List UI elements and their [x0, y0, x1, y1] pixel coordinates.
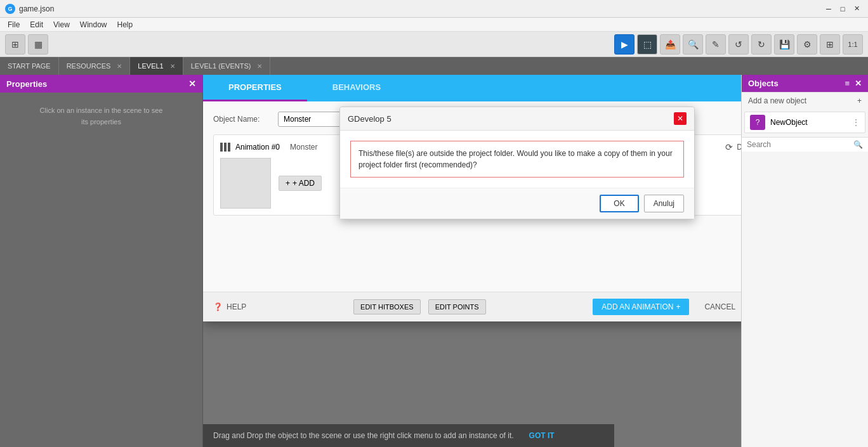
- dialog-tab-behaviors[interactable]: BEHAVIORS: [307, 75, 406, 101]
- animation-icon: [220, 143, 230, 152]
- menu-edit[interactable]: Edit: [25, 19, 48, 30]
- animation-name: Monster: [290, 143, 317, 152]
- titlebar-title: game.json: [19, 4, 54, 13]
- undo-btn[interactable]: ↺: [728, 34, 749, 55]
- cancel-btn[interactable]: CANCEL: [697, 299, 741, 315]
- search-icon: 🔍: [853, 140, 863, 149]
- tab-resources-close[interactable]: ✕: [117, 63, 122, 70]
- objects-panel-header: Objects ≡ ✕: [742, 75, 868, 92]
- properties-hint: Click on an instance in the scene to see…: [0, 105, 202, 127]
- scene-view-btn[interactable]: ⊞: [5, 34, 25, 55]
- tab-start-page-label: START PAGE: [8, 62, 51, 70]
- maximize-button[interactable]: □: [836, 3, 849, 15]
- add-animation-btn[interactable]: ADD AN ANIMATION +: [593, 299, 689, 315]
- export-btn[interactable]: 📤: [660, 34, 680, 55]
- event-view-btn[interactable]: ▦: [28, 34, 48, 55]
- frame-area: [220, 158, 271, 209]
- main-area: Properties ✕ Click on an instance in the…: [0, 75, 868, 447]
- objects-panel: Objects ≡ ✕ Add a new object + ? NewObje…: [741, 75, 868, 447]
- add-object-label: Add a new object: [748, 96, 806, 105]
- add-object-btn[interactable]: Add a new object +: [742, 92, 868, 109]
- build-btn[interactable]: ⚙: [797, 34, 817, 55]
- edit-hitboxes-btn[interactable]: EDIT HITBOXES: [353, 299, 421, 314]
- objects-panel-title: Objects: [748, 79, 779, 88]
- properties-panel-title: Properties: [6, 79, 47, 89]
- confirm-cancel-btn[interactable]: Anuluj: [644, 195, 684, 212]
- edit-btn[interactable]: ✎: [706, 34, 726, 55]
- titlebar-controls: ─ □ ✕: [822, 3, 863, 15]
- play-btn[interactable]: ▶: [614, 34, 635, 55]
- confirm-body: This/these file(s) are outside the proje…: [340, 131, 694, 188]
- footer-actions: ADD AN ANIMATION + CANCEL APPLY: [593, 299, 741, 315]
- dialog-tab-properties[interactable]: PROPERTIES: [203, 75, 307, 101]
- edit-points-btn[interactable]: EDIT POINTS: [428, 299, 486, 314]
- tab-level1-close[interactable]: ✕: [170, 63, 175, 70]
- tab-level1-label: LEVEL1: [138, 62, 163, 70]
- redo-btn[interactable]: ↻: [751, 34, 772, 55]
- menu-help[interactable]: Help: [112, 19, 138, 30]
- dialog-footer: ❓ HELP EDIT HITBOXES EDIT POINTS ADD AN …: [203, 292, 741, 321]
- tab-level1-events-label: LEVEL1 (EVENTS): [191, 62, 251, 70]
- titlebar: G game.json ─ □ ✕: [0, 0, 868, 18]
- tooltip-message: Drag and Drop the object to the scene or…: [213, 431, 514, 440]
- object-icon: ?: [750, 115, 765, 130]
- tab-level1-events[interactable]: LEVEL1 (EVENTS) ✕: [183, 57, 271, 75]
- objects-search: 🔍: [742, 137, 868, 152]
- properties-panel-header: Properties ✕: [0, 75, 202, 93]
- add-object-icon: +: [857, 96, 862, 105]
- close-button[interactable]: ✕: [850, 3, 863, 15]
- confirm-buttons: OK Anuluj: [340, 188, 694, 219]
- menu-view[interactable]: View: [48, 19, 75, 30]
- canvas-area[interactable]: -49;594 Drag and Drop the object to the …: [203, 75, 741, 447]
- tab-resources-label: RESOURCES: [67, 62, 111, 70]
- menu-file[interactable]: File: [3, 19, 25, 30]
- object-options-icon[interactable]: ⋮: [852, 118, 860, 127]
- object-name: NewObject: [770, 118, 847, 127]
- preview-btn[interactable]: 🔍: [683, 34, 703, 55]
- tab-level1-events-close[interactable]: ✕: [257, 63, 262, 70]
- confirm-dialog: GDevelop 5 ✕ This/these file(s) are outs…: [339, 107, 695, 219]
- objects-filter-icon[interactable]: ≡: [845, 79, 850, 88]
- objects-list: ? NewObject ⋮: [742, 109, 868, 137]
- tab-start-page[interactable]: START PAGE: [0, 57, 59, 75]
- grid-btn[interactable]: ⊞: [820, 34, 840, 55]
- objects-close-icon[interactable]: ✕: [855, 79, 862, 88]
- dont-loop-icon: ⟳: [725, 142, 733, 152]
- tab-level1[interactable]: LEVEL1 ✕: [130, 57, 183, 75]
- animation-label: Animation #0: [235, 143, 280, 152]
- save-btn[interactable]: 💾: [774, 34, 794, 55]
- zoom-btn[interactable]: 1:1: [843, 34, 863, 55]
- dont-loop-label: Don't loop: [737, 143, 741, 152]
- confirm-close-btn[interactable]: ✕: [674, 112, 687, 125]
- help-section[interactable]: ❓ HELP: [213, 302, 246, 311]
- confirm-title: GDevelop 5: [348, 114, 391, 124]
- add-icon: +: [286, 179, 290, 188]
- menu-window[interactable]: Window: [75, 19, 112, 30]
- plus-icon: +: [676, 302, 680, 311]
- help-label: HELP: [227, 302, 246, 311]
- search-input[interactable]: [747, 140, 851, 149]
- add-frame-btn[interactable]: + + ADD: [279, 176, 322, 191]
- confirm-ok-btn[interactable]: OK: [600, 195, 638, 212]
- menubar: File Edit View Window Help: [0, 18, 868, 32]
- object-name-label: Object Name:: [213, 115, 270, 124]
- properties-panel: Properties ✕ Click on an instance in the…: [0, 75, 203, 447]
- app-logo: G: [5, 4, 15, 14]
- dialog-tabs: PROPERTIES BEHAVIORS: [203, 75, 741, 101]
- confirm-message: This/these file(s) are outside the proje…: [350, 141, 684, 178]
- minimize-button[interactable]: ─: [822, 3, 835, 15]
- debug-btn[interactable]: ⬚: [637, 34, 657, 55]
- dont-loop-control: ⟳ Don't loop: [725, 142, 741, 152]
- tooltip-bar: Drag and Drop the object to the scene or…: [203, 424, 614, 447]
- list-item[interactable]: ? NewObject ⋮: [744, 112, 865, 133]
- got-it-button[interactable]: GOT IT: [529, 431, 555, 440]
- help-icon: ❓: [213, 302, 223, 311]
- tabs-bar: START PAGE RESOURCES ✕ LEVEL1 ✕ LEVEL1 (…: [0, 57, 868, 75]
- properties-panel-close[interactable]: ✕: [188, 79, 196, 89]
- titlebar-left: G game.json: [5, 4, 54, 14]
- toolbar: ⊞ ▦ ▶ ⬚ 📤 🔍 ✎ ↺ ↻ 💾 ⚙ ⊞ 1:1: [0, 32, 868, 57]
- confirm-header: GDevelop 5 ✕: [340, 107, 694, 131]
- tab-resources[interactable]: RESOURCES ✕: [59, 57, 131, 75]
